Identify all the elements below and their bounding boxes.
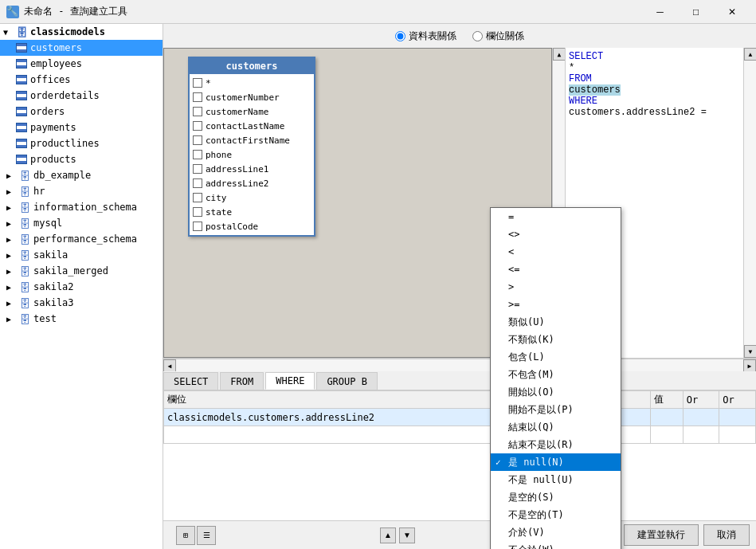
- sidebar-item-sakila[interactable]: ▶ 🗄 sakila: [0, 247, 163, 263]
- field-checkbox[interactable]: [193, 121, 202, 131]
- sidebar-label: orderdetails: [30, 90, 100, 101]
- sidebar-item-offices[interactable]: offices: [0, 72, 163, 88]
- dropdown-item-notcontains[interactable]: 不包含(M): [491, 366, 621, 383]
- field-label: contactFirstName: [206, 135, 290, 146]
- radio-group-table[interactable]: 資料表關係: [395, 29, 456, 43]
- view-icon-list[interactable]: ☰: [197, 526, 216, 545]
- scroll-up-sql[interactable]: ▲: [744, 48, 756, 61]
- field-checkbox[interactable]: [193, 193, 202, 202]
- radio-table-relation[interactable]: [395, 31, 405, 41]
- dropdown-item-contains[interactable]: 包含(L): [491, 348, 621, 366]
- sidebar-item-test[interactable]: ▶ 🗄 test: [0, 311, 163, 327]
- dropdown-item-startswith[interactable]: 開始以(O): [491, 383, 621, 401]
- condition-or2[interactable]: [719, 409, 756, 426]
- table-field-contactLastName[interactable]: contactLastName: [193, 119, 311, 133]
- table-field-city[interactable]: city: [193, 190, 311, 205]
- dropdown-item-notStartsWith[interactable]: 開始不是以(P): [491, 401, 621, 418]
- dropdown-item-lte[interactable]: <=: [491, 261, 621, 278]
- close-button[interactable]: ✕: [714, 0, 750, 24]
- field-checkbox[interactable]: [193, 150, 202, 159]
- table-field-state[interactable]: state: [193, 205, 311, 219]
- sidebar-item-customers[interactable]: customers: [0, 40, 163, 56]
- dropdown-item-isempty[interactable]: 是空的(S): [491, 488, 621, 506]
- dropdown-item-gt[interactable]: >: [491, 278, 621, 296]
- field-checkbox[interactable]: [193, 178, 202, 188]
- h-scroll-track[interactable]: [176, 359, 743, 371]
- condition-or1[interactable]: [683, 409, 719, 426]
- dropdown-item-neq[interactable]: <>: [491, 225, 621, 243]
- radio-field-label[interactable]: 欄位關係: [486, 29, 524, 43]
- scroll-left-btn[interactable]: ◀: [163, 359, 176, 372]
- dropdown-item-notbetween[interactable]: 不介於(W): [491, 541, 621, 549]
- table-field-star[interactable]: *: [193, 76, 311, 90]
- empty-val[interactable]: [650, 426, 683, 444]
- scroll-right-btn[interactable]: ▶: [743, 359, 756, 372]
- field-checkbox[interactable]: [193, 207, 202, 217]
- radio-field-relation[interactable]: [472, 31, 483, 41]
- sidebar-root-db[interactable]: ▼ 🗄 classicmodels: [0, 24, 163, 40]
- radio-table-label[interactable]: 資料表關係: [409, 29, 456, 43]
- sql-line-star: *: [569, 62, 753, 73]
- dropdown-item-eq[interactable]: =: [491, 208, 621, 225]
- empty-or2[interactable]: [719, 426, 756, 444]
- scrollbar-horizontal[interactable]: ◀ ▶: [163, 359, 756, 371]
- table-field-contactFirstName[interactable]: contactFirstName: [193, 133, 311, 147]
- sidebar-item-mysql[interactable]: ▶ 🗄 mysql: [0, 215, 163, 231]
- tab-where[interactable]: WHERE: [265, 372, 315, 390]
- scroll-up-btn[interactable]: ▲: [553, 48, 565, 61]
- field-checkbox[interactable]: [193, 107, 202, 116]
- table-field-addressLine2[interactable]: addressLine2: [193, 176, 311, 190]
- sidebar-item-db-example[interactable]: ▶ 🗄 db_example: [0, 167, 163, 183]
- condition-value[interactable]: [650, 409, 683, 426]
- field-checkbox[interactable]: [193, 222, 202, 231]
- dropdown-item-lt[interactable]: <: [491, 243, 621, 261]
- scroll-down-sql[interactable]: ▼: [744, 345, 756, 358]
- dropdown-item-notlike[interactable]: 不類似(K): [491, 331, 621, 348]
- dropdown-item-notnull[interactable]: 不是 null(U): [491, 471, 621, 488]
- sidebar-item-products[interactable]: products: [0, 151, 163, 167]
- sidebar-item-sakila2[interactable]: ▶ 🗄 sakila2: [0, 279, 163, 295]
- sidebar-item-orderdetails[interactable]: orderdetails: [0, 88, 163, 104]
- dropdown-item-like[interactable]: 類似(U): [491, 313, 621, 331]
- dropdown-item-endswith[interactable]: 結束以(Q): [491, 418, 621, 436]
- sidebar-item-productlines[interactable]: productlines: [0, 135, 163, 151]
- field-checkbox[interactable]: [193, 78, 202, 88]
- sidebar-item-orders[interactable]: orders: [0, 104, 163, 120]
- maximize-button[interactable]: □: [678, 0, 714, 24]
- sql-scroll-track[interactable]: [744, 61, 756, 345]
- sidebar-item-information-schema[interactable]: ▶ 🗄 information_schema: [0, 199, 163, 215]
- dropdown-item-notempty[interactable]: 不是空的(T): [491, 506, 621, 524]
- sql-panel-scrollbar[interactable]: ▲ ▼: [743, 48, 756, 358]
- dropdown-item-isnull[interactable]: ✓ 是 null(N): [491, 453, 621, 471]
- table-field-customerName[interactable]: customerName: [193, 104, 311, 119]
- table-field-addressLine1[interactable]: addressLine1: [193, 162, 311, 176]
- table-field-phone[interactable]: phone: [193, 147, 311, 162]
- field-checkbox[interactable]: [193, 164, 202, 174]
- tab-group-by[interactable]: GROUP B: [316, 372, 378, 390]
- dropdown-item-between[interactable]: 介於(V): [491, 524, 621, 541]
- build-run-button[interactable]: 建置並執行: [624, 524, 699, 546]
- radio-group-field[interactable]: 欄位關係: [472, 29, 524, 43]
- field-checkbox[interactable]: [193, 92, 202, 102]
- sidebar-item-sakila3[interactable]: ▶ 🗄 sakila3: [0, 295, 163, 311]
- table-field-postalCode[interactable]: postalCode: [193, 219, 311, 233]
- minimize-button[interactable]: ─: [642, 0, 678, 24]
- field-checkbox[interactable]: [193, 135, 202, 145]
- view-icon-grid[interactable]: ⊞: [176, 526, 195, 545]
- sidebar-item-performance-schema[interactable]: ▶ 🗄 performance_schema: [0, 231, 163, 247]
- move-down-button[interactable]: ▼: [399, 527, 415, 543]
- cancel-button[interactable]: 取消: [703, 524, 750, 546]
- sidebar-item-sakila-merged[interactable]: ▶ 🗄 sakila_merged: [0, 263, 163, 279]
- sidebar-item-employees[interactable]: employees: [0, 56, 163, 72]
- dropdown-item-notEndsWith[interactable]: 結束不是以(R): [491, 436, 621, 453]
- tab-select[interactable]: SELECT: [163, 372, 218, 390]
- empty-or1[interactable]: [683, 426, 719, 444]
- sidebar-item-payments[interactable]: payments: [0, 120, 163, 135]
- dropdown-item-gte[interactable]: >=: [491, 296, 621, 313]
- sidebar-item-hr[interactable]: ▶ 🗄 hr: [0, 183, 163, 199]
- tab-from[interactable]: FROM: [220, 372, 264, 390]
- move-up-button[interactable]: ▲: [380, 527, 396, 543]
- operator-dropdown[interactable]: = <> < <= > >= 類似(U) 不類似(K): [490, 207, 621, 549]
- window-title: 未命名 - 查詢建立工具: [24, 5, 127, 18]
- table-field-customerNumber[interactable]: customerNumber: [193, 90, 311, 104]
